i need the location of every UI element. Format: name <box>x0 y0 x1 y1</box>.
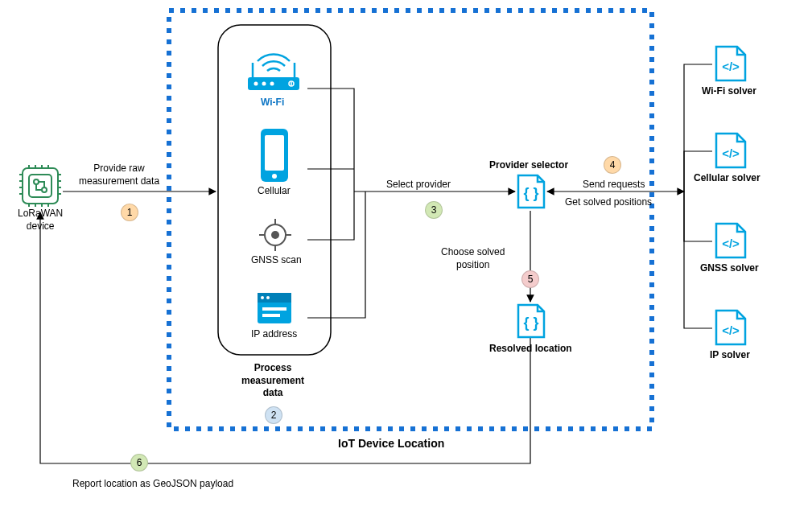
svg-point-47 <box>261 296 264 299</box>
step-4-badge: 4 <box>604 156 621 174</box>
svg-text:</>: </> <box>722 146 740 160</box>
cellular-solver-label: Cellular solver <box>694 172 760 185</box>
edge-choose-label: Choose solved position <box>441 246 505 271</box>
ip-label: IP address <box>251 328 297 341</box>
edge-select-label: Select provider <box>386 179 451 191</box>
step-1-badge: 1 <box>121 204 138 221</box>
diagram-title: IoT Device Location <box>338 436 444 451</box>
lorawan-device-label: LoRaWAN device <box>18 208 63 233</box>
lorawan-device-icon <box>19 165 61 209</box>
gnss-solver-label: GNSS solver <box>700 262 759 275</box>
svg-text:</>: </> <box>722 60 740 73</box>
resolved-location-label: Resolved location <box>489 343 572 356</box>
svg-rect-35 <box>265 135 284 171</box>
svg-point-30 <box>262 82 266 86</box>
step-6-badge: 6 <box>130 454 148 471</box>
gnss-label: GNSS scan <box>251 254 302 267</box>
resolved-location-icon: { } <box>515 302 547 343</box>
step-5-badge: 5 <box>521 270 539 288</box>
svg-rect-46 <box>262 314 280 317</box>
svg-text:{ }: { } <box>523 315 538 331</box>
svg-text:</>: </> <box>722 323 740 337</box>
ip-solver-icon: </> <box>713 307 748 350</box>
svg-text:</>: </> <box>722 237 740 250</box>
edge-report-label: Report location as GeoJSON payload <box>72 478 233 491</box>
cellular-icon <box>256 127 293 186</box>
svg-point-31 <box>270 82 274 86</box>
cellular-solver-icon: </> <box>713 130 748 173</box>
gnss-solver-icon: </> <box>713 220 748 263</box>
ip-solver-label: IP solver <box>710 349 750 362</box>
edge-raw-label: Provide raw measurement data <box>79 163 159 187</box>
svg-text:{ }: { } <box>523 185 538 201</box>
step-3-badge: 3 <box>425 201 443 219</box>
wifi-solver-icon: </> <box>713 43 748 86</box>
svg-point-29 <box>254 82 258 86</box>
ip-icon <box>254 290 295 329</box>
wifi-solver-label: Wi-Fi solver <box>702 85 756 98</box>
svg-rect-45 <box>262 307 286 311</box>
svg-point-8 <box>34 179 39 184</box>
svg-point-9 <box>42 187 47 192</box>
provider-selector-label: Provider selector <box>489 159 568 172</box>
cellular-label: Cellular <box>258 185 291 198</box>
edge-send-label: Send requests <box>583 179 645 191</box>
svg-point-48 <box>266 296 270 299</box>
svg-rect-7 <box>29 175 52 197</box>
edge-get-label: Get solved positions <box>565 196 652 209</box>
provider-selector-icon: { } <box>515 172 547 213</box>
wifi-label: Wi-Fi <box>261 97 284 109</box>
process-group-label: Process measurement data <box>241 362 304 400</box>
svg-point-38 <box>271 231 279 239</box>
svg-rect-6 <box>23 168 58 204</box>
svg-point-36 <box>272 174 277 179</box>
gnss-icon <box>258 217 293 255</box>
wifi-icon <box>241 39 306 97</box>
step-2-badge: 2 <box>265 406 282 424</box>
